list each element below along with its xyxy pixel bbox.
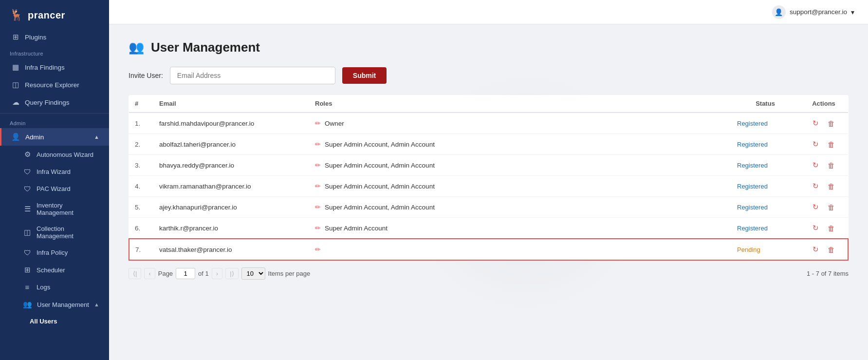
- sidebar-item-infra-findings[interactable]: ▦ Infra Findings: [0, 58, 109, 76]
- col-header-status: Status: [731, 95, 799, 113]
- admin-icon: 👤: [11, 133, 20, 141]
- sidebar-item-query-findings[interactable]: ☁ Query Findings: [0, 94, 109, 111]
- row-actions: ↻ 🗑: [799, 155, 848, 176]
- prev-page-button[interactable]: ‹: [144, 268, 155, 279]
- status-badge: Registered: [737, 183, 768, 190]
- row-email: vikram.ramanathan@prancer.io: [153, 176, 309, 197]
- scheduler-icon: ⊞: [23, 265, 32, 274]
- row-email: farshid.mahdavipour@prancer.io: [153, 113, 309, 134]
- row-status: Registered: [731, 134, 799, 155]
- delete-button[interactable]: 🗑: [826, 223, 837, 233]
- refresh-button[interactable]: ↻: [811, 160, 821, 171]
- delete-button[interactable]: 🗑: [826, 118, 837, 129]
- table-row: 4. vikram.ramanathan@prancer.io ✏ Super …: [129, 176, 848, 197]
- user-management-chevron-icon: ▲: [94, 302, 99, 307]
- logs-icon: ≡: [23, 283, 32, 291]
- sidebar-all-users-label: All Users: [30, 318, 99, 325]
- sidebar-query-findings-label: Query Findings: [25, 99, 99, 106]
- sidebar-pac-wizard-label: PAC Wizard: [37, 185, 99, 192]
- row-actions: ↻ 🗑: [799, 218, 848, 239]
- sidebar-item-pac-wizard[interactable]: 🛡 PAC Wizard: [0, 180, 109, 197]
- row-role: ✏ Owner: [309, 113, 731, 134]
- delete-button[interactable]: 🗑: [826, 202, 837, 212]
- edit-role-icon[interactable]: ✏: [315, 119, 321, 127]
- email-field[interactable]: [170, 67, 335, 84]
- page-title: User Management: [151, 40, 260, 55]
- sidebar-plugins-label: Plugins: [25, 34, 99, 41]
- infra-wizard-icon: 🛡: [23, 168, 32, 176]
- sidebar-item-scheduler[interactable]: ⊞ Scheduler: [0, 261, 109, 279]
- sidebar-collection-label: Collection Management: [37, 225, 99, 240]
- refresh-button[interactable]: ↻: [811, 223, 821, 233]
- topbar: 👤 support@prancer.io ▾: [109, 0, 868, 24]
- refresh-button[interactable]: ↻: [811, 139, 821, 150]
- last-page-button[interactable]: |⟩: [225, 268, 238, 279]
- row-status: Registered: [731, 218, 799, 239]
- sidebar: 🦌 prancer ⊞ Plugins Infrastructure ▦ Inf…: [0, 0, 109, 360]
- refresh-button[interactable]: ↻: [811, 118, 821, 129]
- sidebar-item-admin[interactable]: 👤 Admin ▲: [0, 128, 109, 146]
- row-actions: ↻ 🗑: [799, 113, 848, 134]
- items-per-page-label: Items per page: [268, 270, 311, 277]
- sidebar-item-collection-management[interactable]: ◫ Collection Management: [0, 221, 109, 244]
- edit-role-icon[interactable]: ✏: [315, 224, 321, 232]
- status-badge: Registered: [737, 120, 768, 127]
- sidebar-item-logs[interactable]: ≡ Logs: [0, 279, 109, 296]
- role-label: Super Admin Account, Admin Account: [325, 141, 435, 148]
- delete-button[interactable]: 🗑: [826, 139, 837, 150]
- inventory-icon: ☰: [23, 205, 32, 213]
- sidebar-item-resource-explorer[interactable]: ◫ Resource Explorer: [0, 76, 109, 94]
- row-role: ✏ Super Admin Account, Admin Account: [309, 176, 731, 197]
- role-label: Super Admin Account, Admin Account: [325, 183, 435, 190]
- pac-wizard-icon: 🛡: [23, 185, 32, 193]
- sidebar-item-plugins[interactable]: ⊞ Plugins: [0, 28, 109, 46]
- next-page-button[interactable]: ›: [212, 268, 222, 279]
- edit-role-icon[interactable]: ✏: [315, 140, 321, 148]
- logo-icon: 🦌: [10, 9, 23, 21]
- avatar: 👤: [772, 5, 786, 19]
- col-header-roles: Roles: [309, 95, 731, 113]
- refresh-button[interactable]: ↻: [811, 244, 821, 255]
- refresh-button[interactable]: ↻: [811, 202, 821, 212]
- row-num: 6.: [129, 218, 153, 239]
- row-status: Registered: [731, 197, 799, 218]
- col-header-actions: Actions: [799, 95, 848, 113]
- page-area: 👥 User Management Invite User: Submit # …: [109, 24, 868, 360]
- delete-button[interactable]: 🗑: [826, 181, 837, 191]
- sidebar-item-infra-policy[interactable]: 🛡 Infra Policy: [0, 244, 109, 261]
- per-page-select[interactable]: 10 25 50: [241, 267, 265, 280]
- sidebar-item-all-users[interactable]: All Users: [0, 313, 109, 329]
- row-num: 3.: [129, 155, 153, 176]
- refresh-button[interactable]: ↻: [811, 181, 821, 191]
- user-table: # Email Roles Status Actions 1. farshid.…: [129, 95, 849, 261]
- pagination-left: ⟨| ‹ Page of 1 › |⟩ 10 25 50 Items per p…: [129, 267, 310, 280]
- edit-role-icon[interactable]: ✏: [315, 203, 321, 211]
- autonomous-wizard-icon: ⚙: [23, 150, 32, 159]
- table-row: 5. ajey.khanapuri@prancer.io ✏ Super Adm…: [129, 197, 848, 218]
- edit-role-icon[interactable]: ✏: [315, 246, 321, 253]
- edit-role-icon[interactable]: ✏: [315, 161, 321, 169]
- row-role: ✏ Super Admin Account, Admin Account: [309, 155, 731, 176]
- sidebar-item-infra-wizard[interactable]: 🛡 Infra Wizard: [0, 163, 109, 180]
- collection-icon: ◫: [23, 228, 32, 237]
- sidebar-item-autonomous-wizard[interactable]: ⚙ Autonomous Wizard: [0, 146, 109, 163]
- status-badge: Registered: [737, 204, 768, 211]
- row-num: 2.: [129, 134, 153, 155]
- sidebar-item-user-management[interactable]: 👥 User Management ▲: [0, 296, 109, 313]
- page-of-label: of 1: [198, 270, 209, 277]
- first-page-button[interactable]: ⟨|: [129, 268, 141, 279]
- row-role: ✏ Super Admin Account: [309, 218, 731, 239]
- row-num: 7.: [129, 239, 153, 260]
- sidebar-item-inventory-management[interactable]: ☰ Inventory Management: [0, 197, 109, 221]
- topbar-user[interactable]: 👤 support@prancer.io ▾: [772, 5, 854, 19]
- delete-button[interactable]: 🗑: [826, 160, 837, 171]
- status-badge: Registered: [737, 225, 768, 232]
- page-number-input[interactable]: [176, 268, 195, 279]
- row-email: vatsal.thaker@prancer.io: [153, 239, 309, 260]
- row-email: ajey.khanapuri@prancer.io: [153, 197, 309, 218]
- delete-button[interactable]: 🗑: [826, 245, 837, 255]
- edit-role-icon[interactable]: ✏: [315, 182, 321, 190]
- submit-button[interactable]: Submit: [342, 67, 387, 84]
- pagination-info: 1 - 7 of 7 items: [807, 270, 849, 277]
- role-label: Super Admin Account: [325, 225, 388, 232]
